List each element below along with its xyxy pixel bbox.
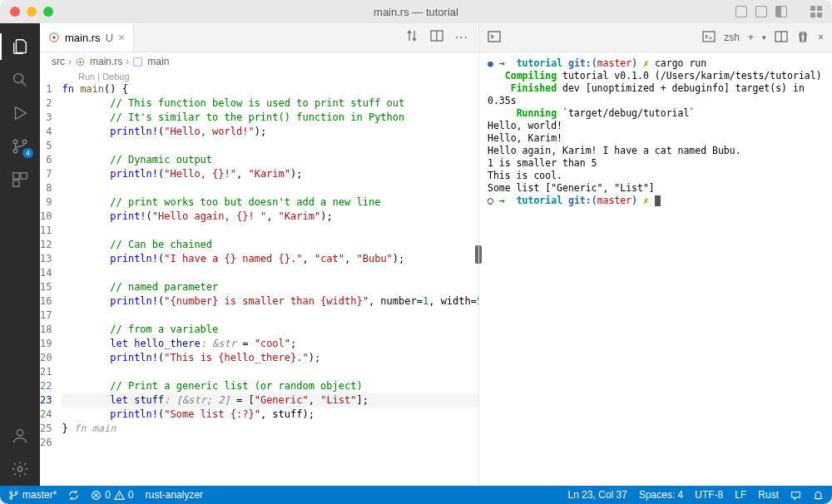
svg-point-18 xyxy=(10,491,12,493)
svg-point-7 xyxy=(17,430,22,436)
branch-icon xyxy=(8,490,19,501)
statusbar-eol[interactable]: LF xyxy=(735,489,746,501)
panel-right-icon[interactable] xyxy=(775,6,787,17)
tab-close-button[interactable]: × xyxy=(118,31,125,44)
svg-point-0 xyxy=(14,74,23,83)
rust-file-icon xyxy=(48,32,60,43)
extensions-icon xyxy=(11,170,29,189)
feedback-icon xyxy=(790,490,801,501)
traffic-lights xyxy=(10,7,53,17)
window-title: main.rs — tutorial xyxy=(374,6,458,18)
activity-extensions[interactable] xyxy=(0,163,40,196)
panel-bottom-icon[interactable] xyxy=(755,6,767,17)
symbol-function-icon xyxy=(132,56,144,67)
svg-point-13 xyxy=(79,61,81,62)
statusbar-indentation[interactable]: Spaces: 4 xyxy=(639,489,683,501)
line-number-gutter: 1234567891011121314151617181920212223242… xyxy=(40,82,62,486)
activity-accounts[interactable] xyxy=(0,419,40,452)
panel-left-icon[interactable] xyxy=(735,6,747,17)
statusbar-encoding[interactable]: UTF-8 xyxy=(695,489,723,501)
svg-point-1 xyxy=(13,140,17,144)
editor-terminal-split: main.rs U × ··· xyxy=(40,23,832,486)
titlebar-layout-controls xyxy=(735,6,822,17)
svg-rect-5 xyxy=(21,173,27,179)
play-icon xyxy=(11,104,29,122)
app-body: 4 xyxy=(0,23,832,486)
status-bar: master* 0 0 rust-analyzer Ln 23, Col 37 … xyxy=(0,486,832,504)
terminal-shell-label[interactable]: zsh xyxy=(724,32,740,43)
svg-point-3 xyxy=(13,149,17,153)
svg-rect-16 xyxy=(703,32,715,42)
editor-tab-actions: ··· xyxy=(405,23,478,52)
activity-bar: 4 xyxy=(0,23,40,486)
statusbar-sync[interactable] xyxy=(68,490,79,501)
window-close-button[interactable] xyxy=(10,7,20,17)
bell-icon xyxy=(813,490,824,501)
more-actions-button[interactable]: ··· xyxy=(455,30,468,45)
statusbar-branch[interactable]: master* xyxy=(8,489,57,501)
svg-point-2 xyxy=(22,140,27,144)
codelens-run-debug[interactable]: Run | Debug xyxy=(40,71,478,82)
terminal-toggle-icon[interactable] xyxy=(488,30,501,46)
split-editor-icon[interactable] xyxy=(430,29,443,46)
code-content[interactable]: fn main() { // This function below is us… xyxy=(62,82,478,486)
chevron-right-icon: › xyxy=(68,56,72,67)
layout-grid-icon[interactable] xyxy=(810,6,822,17)
statusbar-problems[interactable]: 0 0 xyxy=(91,489,133,501)
svg-point-8 xyxy=(17,467,22,472)
activity-explorer[interactable] xyxy=(0,30,40,63)
terminal-pane: zsh + ▾ × ● → tutorial git:(master) ✗ ca… xyxy=(478,23,832,486)
breadcrumb[interactable]: src › main.rs › main xyxy=(40,52,478,71)
error-icon xyxy=(91,490,102,501)
tab-git-status: U xyxy=(106,32,113,44)
titlebar: main.rs — tutorial xyxy=(0,0,832,23)
terminal-header: zsh + ▾ × xyxy=(479,23,832,52)
sync-icon xyxy=(68,490,79,501)
window-minimize-button[interactable] xyxy=(27,7,37,17)
statusbar-feedback[interactable] xyxy=(790,490,801,501)
breadcrumb-folder: src xyxy=(52,56,65,67)
account-icon xyxy=(11,427,29,445)
statusbar-notifications[interactable] xyxy=(813,490,824,501)
breadcrumb-symbol: main xyxy=(147,56,169,67)
editor-pane: main.rs U × ··· xyxy=(40,23,478,486)
terminal-body[interactable]: ● → tutorial git:(master) ✗ cargo run Co… xyxy=(479,52,832,486)
search-icon xyxy=(11,71,29,89)
chevron-right-icon: › xyxy=(126,56,129,67)
main-area: main.rs U × ··· xyxy=(40,23,832,486)
svg-point-19 xyxy=(15,491,17,493)
svg-point-20 xyxy=(10,497,12,499)
statusbar-language[interactable]: Rust xyxy=(758,489,779,501)
kill-terminal-icon[interactable] xyxy=(796,30,810,46)
svg-rect-6 xyxy=(13,180,19,186)
terminal-shell-icon[interactable] xyxy=(702,30,716,46)
scm-badge: 4 xyxy=(22,148,33,158)
activity-run-debug[interactable] xyxy=(0,96,40,130)
terminal-dropdown-icon[interactable]: ▾ xyxy=(762,33,766,42)
tab-filename: main.rs xyxy=(65,32,101,44)
new-terminal-button[interactable]: + xyxy=(748,32,754,43)
activity-settings[interactable] xyxy=(0,452,40,486)
statusbar-lsp[interactable]: rust-analyzer xyxy=(146,489,203,501)
svg-rect-14 xyxy=(134,57,142,66)
editor-tab-main-rs[interactable]: main.rs U × xyxy=(40,23,134,52)
editor-tabbar: main.rs U × ··· xyxy=(40,23,478,52)
close-panel-button[interactable]: × xyxy=(818,32,824,43)
files-icon xyxy=(11,37,29,56)
gear-icon xyxy=(11,460,29,478)
activity-source-control[interactable]: 4 xyxy=(0,130,40,163)
code-editor[interactable]: 1234567891011121314151617181920212223242… xyxy=(40,82,478,486)
breadcrumb-file: main.rs xyxy=(90,56,122,67)
rust-file-icon xyxy=(75,56,87,67)
svg-point-10 xyxy=(52,36,56,39)
statusbar-cursor-position[interactable]: Ln 23, Col 37 xyxy=(568,489,627,501)
compare-changes-icon[interactable] xyxy=(405,29,418,46)
window-zoom-button[interactable] xyxy=(43,7,53,17)
warning-icon xyxy=(114,490,125,501)
activity-search[interactable] xyxy=(0,63,40,96)
app-window: main.rs — tutorial 4 xyxy=(0,0,832,504)
split-terminal-icon[interactable] xyxy=(775,30,788,46)
svg-rect-4 xyxy=(13,173,19,179)
